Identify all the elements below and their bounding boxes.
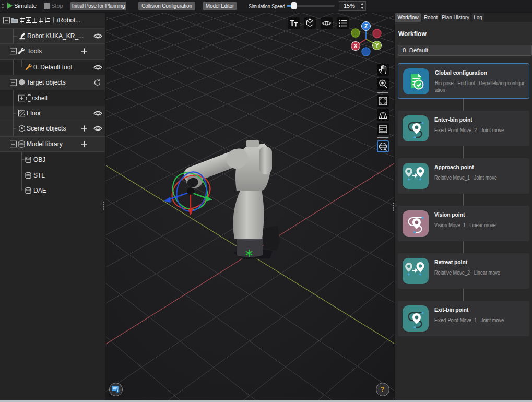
svg-text:X: X xyxy=(354,43,358,49)
svg-text:Y: Y xyxy=(375,43,379,49)
svg-text:i: i xyxy=(117,389,119,393)
svg-text:Z: Z xyxy=(364,23,368,29)
